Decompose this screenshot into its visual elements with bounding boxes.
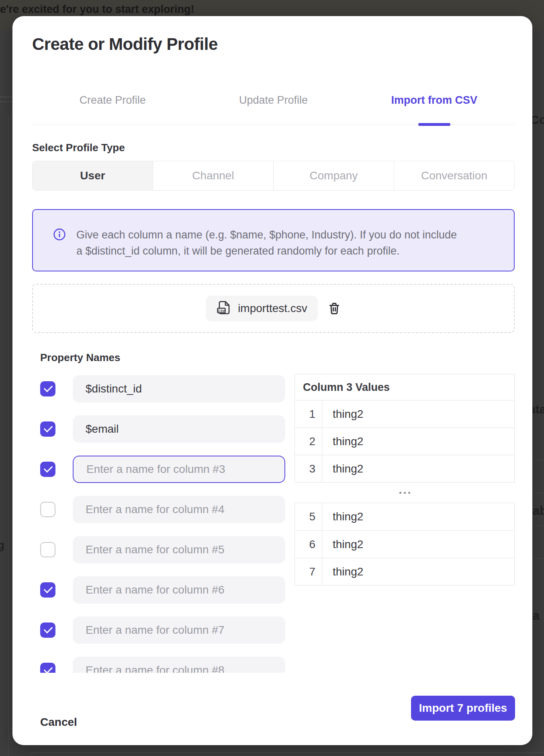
column-naming-info-banner: Give each column a name (e.g. $name, $ph… — [32, 209, 515, 271]
preview-table-row: 6 thing2 — [295, 530, 514, 558]
row-index: 7 — [295, 558, 322, 585]
row-index: 6 — [295, 531, 322, 558]
row-value: thing2 — [322, 401, 514, 427]
preview-table-row: 2 thing2 — [295, 427, 514, 455]
row-index: 2 — [295, 428, 322, 455]
row-index: 5 — [295, 503, 322, 530]
tab-create-profile[interactable]: Create Profile — [32, 88, 193, 124]
profile-type-user[interactable]: User — [33, 161, 153, 190]
background-bottom-line — [30, 752, 544, 753]
property-row — [32, 415, 285, 443]
property-name-input[interactable] — [73, 657, 285, 673]
property-name-input[interactable] — [73, 415, 285, 443]
property-row — [32, 576, 285, 604]
profile-type-conversation[interactable]: Conversation — [394, 161, 514, 190]
rows-ellipsis — [294, 483, 515, 503]
property-row — [32, 496, 285, 523]
background-banner-text: e're excited for you to start exploring! — [0, 3, 194, 16]
dialog-title: Create or Modify Profile — [32, 35, 218, 54]
property-row — [32, 375, 285, 403]
profile-type-channel[interactable]: Channel — [153, 161, 273, 190]
row-value: thing2 — [322, 531, 514, 558]
cancel-button[interactable]: Cancel — [40, 716, 77, 729]
create-or-modify-profile-dialog: Create or Modify Profile Create Profile … — [12, 16, 532, 745]
property-name-input[interactable] — [73, 456, 285, 483]
info-icon — [53, 228, 66, 242]
row-index: 1 — [295, 401, 322, 427]
property-names-scroll-area[interactable] — [32, 375, 285, 673]
preview-table-row: 7 thing2 — [295, 558, 514, 585]
property-names-label: Property Names — [40, 351, 120, 364]
dialog-tabs: Create Profile Update Profile Import fro… — [32, 88, 515, 125]
property-row — [32, 616, 285, 644]
property-checkbox[interactable] — [40, 582, 55, 598]
delete-file-button[interactable] — [327, 302, 341, 315]
preview-table-row: 3 thing2 — [295, 455, 514, 482]
property-row — [32, 456, 285, 483]
property-checkbox[interactable] — [40, 622, 55, 638]
row-index: 3 — [295, 455, 322, 482]
preview-table-top: Column 3 Values 1 thing2 2 thing2 3 thin… — [294, 374, 515, 483]
background-table-line — [8, 117, 9, 756]
property-name-input[interactable] — [73, 616, 285, 644]
svg-text:CSV: CSV — [218, 309, 225, 313]
property-rows — [32, 375, 285, 673]
preview-table-row: 5 thing2 — [295, 503, 514, 530]
property-checkbox[interactable] — [40, 542, 55, 557]
background-row-line — [534, 559, 544, 559]
property-name-input[interactable] — [73, 576, 285, 604]
active-tab-underline — [418, 123, 450, 126]
tab-label: Create Profile — [80, 94, 146, 107]
property-checkbox[interactable] — [40, 421, 55, 437]
background-row-line — [534, 493, 544, 493]
preview-table-bottom: 5 thing2 6 thing2 7 thing2 — [294, 503, 515, 585]
background-row-line — [534, 526, 544, 526]
column-values-preview: Column 3 Values 1 thing2 2 thing2 3 thin… — [294, 374, 515, 585]
uploaded-file-name: importtest.csv — [238, 302, 307, 315]
profile-type-switcher: User Channel Company Conversation — [32, 161, 515, 191]
csv-file-icon: CSV — [216, 300, 231, 317]
property-checkbox[interactable] — [40, 381, 55, 396]
preview-table-row: 1 thing2 — [295, 400, 514, 427]
property-name-input[interactable] — [73, 375, 285, 403]
property-row — [32, 657, 285, 673]
property-checkbox[interactable] — [40, 663, 55, 673]
tab-label: Import from CSV — [391, 94, 478, 107]
select-profile-type-label: Select Profile Type — [32, 142, 125, 154]
row-value: thing2 — [322, 558, 514, 585]
preview-table-header: Column 3 Values — [295, 374, 514, 400]
row-value: thing2 — [322, 428, 514, 455]
import-profiles-button[interactable]: Import 7 profiles — [411, 696, 515, 721]
property-name-input[interactable] — [73, 496, 285, 523]
property-row — [32, 536, 285, 563]
csv-dropzone[interactable]: CSV importtest.csv — [32, 284, 515, 333]
row-value: thing2 — [322, 503, 514, 530]
property-name-input[interactable] — [73, 536, 285, 563]
tab-update-profile[interactable]: Update Profile — [193, 88, 354, 124]
uploaded-file-chip: CSV importtest.csv — [206, 296, 318, 321]
row-value: thing2 — [322, 455, 514, 482]
info-banner-text: Give each column a name (e.g. $name, $ph… — [76, 227, 462, 259]
tab-label: Update Profile — [239, 94, 308, 107]
property-checkbox[interactable] — [40, 462, 55, 477]
tab-import-from-csv[interactable]: Import from CSV — [354, 88, 515, 124]
property-checkbox[interactable] — [40, 502, 55, 517]
background-row-line — [534, 460, 544, 460]
profile-type-company[interactable]: Company — [273, 161, 394, 190]
